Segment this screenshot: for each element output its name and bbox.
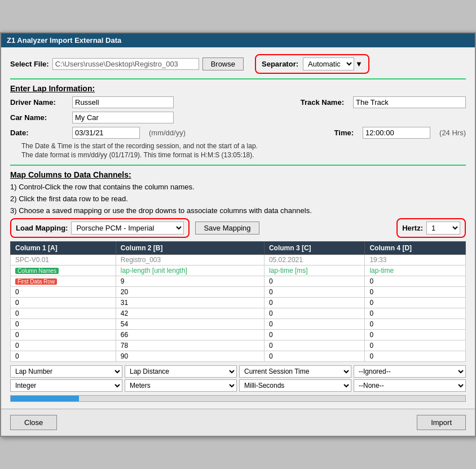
info-text-2: The date format is mm/dd/yy (01/17/19). … <box>21 151 466 159</box>
save-mapping-button[interactable]: Save Mapping <box>195 222 259 235</box>
cell: 19:33 <box>365 255 466 266</box>
date-time-row: Date: (mm/dd/yy) Time: (24 Hrs) <box>10 127 466 139</box>
cell: Registro_003 <box>116 255 264 266</box>
hertz-box: Hertz: 1 2 5 10 20 50 100 <box>396 218 466 238</box>
date-format: (mm/dd/yy) <box>149 129 186 137</box>
table-row[interactable]: 04200 <box>11 308 466 319</box>
dd-group-2: Lap Distance Lap Number Current Session … <box>125 365 237 392</box>
load-mapping-label: Load Mapping: <box>16 224 68 232</box>
hertz-select[interactable]: 1 2 5 10 20 50 100 <box>426 222 460 235</box>
time-label: Time: <box>334 129 354 137</box>
table-row[interactable]: 05400 <box>11 319 466 330</box>
close-button[interactable]: Close <box>10 415 57 430</box>
select-file-label: Select File: <box>10 60 49 68</box>
load-mapping-select[interactable]: Porsche PCM - Imperial Default Custom <box>71 222 184 235</box>
dd-group-1: Lap Number Lap Distance Current Session … <box>10 365 122 392</box>
table-row[interactable]: 02000 <box>11 287 466 298</box>
first-data-badge: First Data Row <box>15 278 57 285</box>
cell: 9 <box>116 276 264 287</box>
hertz-label: Hertz: <box>402 224 423 232</box>
footer: Close Import <box>1 409 475 436</box>
instruction-2: 2) Click the first data row to be read. <box>10 194 466 203</box>
divider-1 <box>10 78 466 79</box>
unit-select-3[interactable]: Milli-Seconds Integer Meters --None-- <box>239 379 351 392</box>
instruction-1: 1) Control-Click the row that contains t… <box>10 183 466 191</box>
unit-select-4[interactable]: --None-- Integer Meters Milli-Seconds <box>354 379 466 392</box>
col-header-3: Column 3 [C] <box>264 242 365 255</box>
driver-label: Driver Name: <box>10 98 67 107</box>
browse-button[interactable]: Browse <box>202 57 244 70</box>
driver-row: Driver Name: Track Name: <box>10 96 466 108</box>
info-text-1: The Date & Time is the start of the reco… <box>21 142 466 150</box>
main-window: Z1 Analyzer Import External Data Select … <box>0 32 476 437</box>
separator-label: Separator: <box>262 60 298 68</box>
time-input[interactable] <box>363 127 430 139</box>
table-row-first-data[interactable]: First Data Row 9 0 0 <box>11 276 466 287</box>
channel-select-4[interactable]: --Ignored-- Lap Number Lap Distance Curr… <box>354 365 466 378</box>
cell-first-data-badge: First Data Row <box>11 276 116 287</box>
progress-bar-container <box>10 395 466 402</box>
time-format: (24 Hrs) <box>439 129 466 137</box>
chevron-down-icon: ▼ <box>355 60 363 68</box>
cell: SPC-V0.01 <box>11 255 116 266</box>
cell: 0 <box>365 276 466 287</box>
unit-select-1[interactable]: Integer Meters Milli-Seconds --None-- <box>10 379 122 392</box>
divider-2 <box>10 165 466 166</box>
cell-col-names-badge: Column Names <box>11 266 116 276</box>
channel-select-1[interactable]: Lap Number Lap Distance Current Session … <box>10 365 122 378</box>
window-title: Z1 Analyzer Import External Data <box>7 36 121 45</box>
load-mapping-box: Load Mapping: Porsche PCM - Imperial Def… <box>10 218 189 238</box>
table-row-column-names[interactable]: Column Names lap-length [unit length] la… <box>11 266 466 276</box>
col-header-4: Column 4 [D] <box>365 242 466 255</box>
title-bar: Z1 Analyzer Import External Data <box>1 33 475 47</box>
file-section: Select File: Browse Separator: Automatic… <box>10 54 466 74</box>
track-input[interactable] <box>353 96 466 108</box>
cell: 05.02.2021 <box>264 255 365 266</box>
date-label: Date: <box>10 129 67 137</box>
dd-group-4: --Ignored-- Lap Number Lap Distance Curr… <box>354 365 466 392</box>
col-header-1: Column 1 [A] <box>11 242 116 255</box>
map-toolbar: Load Mapping: Porsche PCM - Imperial Def… <box>10 218 466 238</box>
progress-bar <box>11 396 79 401</box>
table-row[interactable]: 07800 <box>11 340 466 351</box>
channel-select-3[interactable]: Current Session Time Lap Number Lap Dist… <box>239 365 351 378</box>
car-input[interactable] <box>72 112 174 123</box>
column-names-badge: Column Names <box>15 268 59 274</box>
table-row[interactable]: 06600 <box>11 330 466 340</box>
map-title: Map Columns to Data Channels: <box>10 170 466 179</box>
dd-group-3: Current Session Time Lap Number Lap Dist… <box>239 365 351 392</box>
date-input[interactable] <box>72 127 140 139</box>
cell: lap-length [unit length] <box>116 266 264 276</box>
lap-info-section: Enter Lap Information: Driver Name: Trac… <box>10 84 466 159</box>
channel-select-2[interactable]: Lap Distance Lap Number Current Session … <box>125 365 237 378</box>
car-label: Car Name: <box>10 113 67 122</box>
bottom-dropdowns: Lap Number Lap Distance Current Session … <box>10 365 466 392</box>
instruction-3: 3) Choose a saved mapping or use the dro… <box>10 206 466 215</box>
unit-select-2[interactable]: Meters Integer Milli-Seconds --None-- <box>125 379 237 392</box>
cell: lap-time [ms] <box>264 266 365 276</box>
import-button[interactable]: Import <box>417 415 466 430</box>
table-row[interactable]: 03100 <box>11 298 466 308</box>
col-header-2: Column 2 [B] <box>116 242 264 255</box>
table-row[interactable]: SPC-V0.01 Registro_003 05.02.2021 19:33 <box>11 255 466 266</box>
separator-section: Separator: Automatic Comma Tab Semicolon… <box>255 54 369 74</box>
track-label: Track Name: <box>301 98 344 107</box>
table-row[interactable]: 09000 <box>11 351 466 362</box>
data-table: Column 1 [A] Column 2 [B] Column 3 [C] C… <box>10 241 466 362</box>
map-section: Map Columns to Data Channels: 1) Control… <box>10 170 466 402</box>
separator-select[interactable]: Automatic Comma Tab Semicolon <box>303 57 354 70</box>
lap-info-title: Enter Lap Information: <box>10 84 466 93</box>
file-path-input[interactable] <box>52 58 199 70</box>
driver-input[interactable] <box>72 96 174 108</box>
cell: lap-time <box>365 266 466 276</box>
car-row: Car Name: <box>10 112 466 123</box>
cell: 0 <box>264 276 365 287</box>
